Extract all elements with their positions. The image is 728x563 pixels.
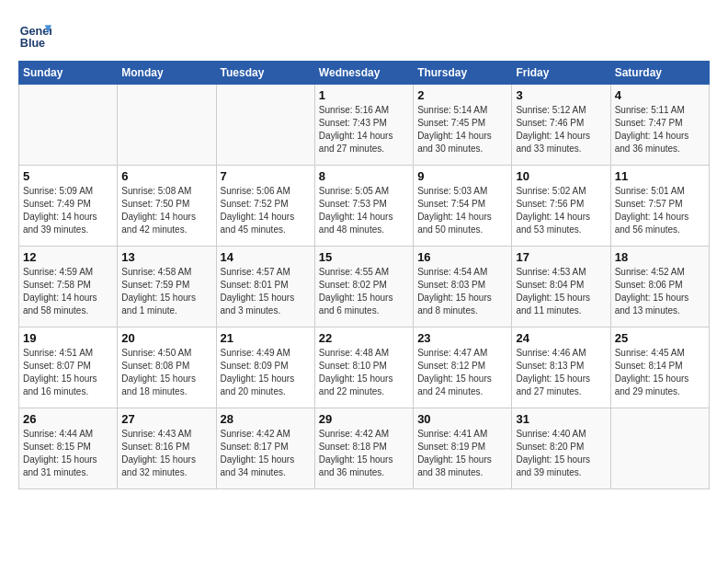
cell-info: Sunrise: 5:06 AM Sunset: 7:52 PM Dayligh…: [221, 185, 311, 236]
day-number: 20: [121, 331, 211, 345]
day-number: 11: [615, 169, 705, 183]
cell-info: Sunrise: 5:12 AM Sunset: 7:46 PM Dayligh…: [516, 104, 606, 155]
day-number: 14: [221, 250, 311, 264]
cell-info: Sunrise: 4:42 AM Sunset: 8:17 PM Dayligh…: [221, 428, 311, 479]
calendar-cell: 5Sunrise: 5:09 AM Sunset: 7:49 PM Daylig…: [19, 166, 118, 247]
week-row-4: 19Sunrise: 4:51 AM Sunset: 8:07 PM Dayli…: [19, 327, 710, 408]
day-number: 16: [417, 250, 507, 264]
day-header-tuesday: Tuesday: [216, 62, 314, 85]
cell-info: Sunrise: 4:47 AM Sunset: 8:12 PM Dayligh…: [417, 347, 507, 398]
calendar-cell: 22Sunrise: 4:48 AM Sunset: 8:10 PM Dayli…: [314, 327, 413, 408]
day-number: 10: [516, 169, 606, 183]
day-number: 15: [319, 250, 409, 264]
calendar-cell: 14Sunrise: 4:57 AM Sunset: 8:01 PM Dayli…: [216, 247, 314, 327]
cell-info: Sunrise: 5:11 AM Sunset: 7:47 PM Dayligh…: [615, 104, 705, 155]
calendar-cell: 19Sunrise: 4:51 AM Sunset: 8:07 PM Dayli…: [19, 327, 118, 408]
day-number: 1: [319, 88, 409, 102]
calendar-cell: 20Sunrise: 4:50 AM Sunset: 8:08 PM Dayli…: [118, 327, 216, 408]
day-number: 23: [417, 331, 507, 345]
logo-icon: General Blue: [18, 18, 51, 52]
day-header-thursday: Thursday: [414, 62, 512, 85]
cell-info: Sunrise: 4:57 AM Sunset: 8:01 PM Dayligh…: [221, 266, 311, 317]
calendar-cell: 10Sunrise: 5:02 AM Sunset: 7:56 PM Dayli…: [512, 166, 610, 247]
cell-info: Sunrise: 4:53 AM Sunset: 8:04 PM Dayligh…: [516, 266, 606, 317]
cell-info: Sunrise: 5:01 AM Sunset: 7:57 PM Dayligh…: [615, 185, 705, 236]
calendar-cell: [216, 85, 314, 166]
day-number: 28: [221, 412, 311, 426]
cell-info: Sunrise: 4:41 AM Sunset: 8:19 PM Dayligh…: [417, 428, 507, 479]
calendar-cell: 8Sunrise: 5:05 AM Sunset: 7:53 PM Daylig…: [314, 166, 413, 247]
day-number: 12: [23, 250, 113, 264]
calendar-cell: 29Sunrise: 4:42 AM Sunset: 8:18 PM Dayli…: [314, 408, 413, 489]
cell-info: Sunrise: 4:45 AM Sunset: 8:14 PM Dayligh…: [615, 347, 705, 398]
cell-info: Sunrise: 5:08 AM Sunset: 7:50 PM Dayligh…: [121, 185, 211, 236]
calendar-cell: [118, 85, 216, 166]
day-number: 25: [615, 331, 705, 345]
calendar-cell: 25Sunrise: 4:45 AM Sunset: 8:14 PM Dayli…: [610, 327, 709, 408]
calendar-cell: 6Sunrise: 5:08 AM Sunset: 7:50 PM Daylig…: [118, 166, 216, 247]
day-number: 21: [221, 331, 311, 345]
cell-info: Sunrise: 4:50 AM Sunset: 8:08 PM Dayligh…: [121, 347, 211, 398]
cell-info: Sunrise: 4:44 AM Sunset: 8:15 PM Dayligh…: [23, 428, 113, 479]
calendar-cell: 27Sunrise: 4:43 AM Sunset: 8:16 PM Dayli…: [118, 408, 216, 489]
calendar-cell: 24Sunrise: 4:46 AM Sunset: 8:13 PM Dayli…: [512, 327, 610, 408]
calendar-cell: 31Sunrise: 4:40 AM Sunset: 8:20 PM Dayli…: [512, 408, 610, 489]
day-number: 6: [121, 169, 211, 183]
cell-info: Sunrise: 4:43 AM Sunset: 8:16 PM Dayligh…: [121, 428, 211, 479]
week-row-2: 5Sunrise: 5:09 AM Sunset: 7:49 PM Daylig…: [19, 166, 710, 247]
day-header-sunday: Sunday: [19, 62, 118, 85]
cell-info: Sunrise: 4:51 AM Sunset: 8:07 PM Dayligh…: [23, 347, 113, 398]
day-number: 7: [221, 169, 311, 183]
calendar-cell: 30Sunrise: 4:41 AM Sunset: 8:19 PM Dayli…: [414, 408, 512, 489]
calendar-cell: 11Sunrise: 5:01 AM Sunset: 7:57 PM Dayli…: [610, 166, 709, 247]
day-number: 4: [615, 88, 705, 102]
day-header-friday: Friday: [512, 62, 610, 85]
day-number: 9: [417, 169, 507, 183]
day-header-monday: Monday: [118, 62, 216, 85]
day-number: 17: [516, 250, 606, 264]
cell-info: Sunrise: 4:40 AM Sunset: 8:20 PM Dayligh…: [516, 428, 606, 479]
cell-info: Sunrise: 4:48 AM Sunset: 8:10 PM Dayligh…: [319, 347, 409, 398]
day-number: 22: [319, 331, 409, 345]
cell-info: Sunrise: 5:05 AM Sunset: 7:53 PM Dayligh…: [319, 185, 409, 236]
logo: General Blue: [18, 18, 51, 52]
cell-info: Sunrise: 4:49 AM Sunset: 8:09 PM Dayligh…: [221, 347, 311, 398]
calendar-cell: 13Sunrise: 4:58 AM Sunset: 7:59 PM Dayli…: [118, 247, 216, 327]
calendar-cell: 15Sunrise: 4:55 AM Sunset: 8:02 PM Dayli…: [314, 247, 413, 327]
calendar-cell: 1Sunrise: 5:16 AM Sunset: 7:43 PM Daylig…: [314, 85, 413, 166]
day-number: 8: [319, 169, 409, 183]
day-number: 24: [516, 331, 606, 345]
cell-info: Sunrise: 4:55 AM Sunset: 8:02 PM Dayligh…: [319, 266, 409, 317]
week-row-5: 26Sunrise: 4:44 AM Sunset: 8:15 PM Dayli…: [19, 408, 710, 489]
cell-info: Sunrise: 4:42 AM Sunset: 8:18 PM Dayligh…: [319, 428, 409, 479]
day-number: 19: [23, 331, 113, 345]
calendar-cell: 17Sunrise: 4:53 AM Sunset: 8:04 PM Dayli…: [512, 247, 610, 327]
day-number: 13: [121, 250, 211, 264]
calendar-cell: 4Sunrise: 5:11 AM Sunset: 7:47 PM Daylig…: [610, 85, 709, 166]
calendar-cell: 16Sunrise: 4:54 AM Sunset: 8:03 PM Dayli…: [414, 247, 512, 327]
calendar-cell: [19, 85, 118, 166]
day-number: 18: [615, 250, 705, 264]
calendar-cell: 28Sunrise: 4:42 AM Sunset: 8:17 PM Dayli…: [216, 408, 314, 489]
calendar-cell: 9Sunrise: 5:03 AM Sunset: 7:54 PM Daylig…: [414, 166, 512, 247]
day-number: 29: [319, 412, 409, 426]
day-number: 31: [516, 412, 606, 426]
calendar-header-row: SundayMondayTuesdayWednesdayThursdayFrid…: [19, 62, 710, 85]
calendar-table: SundayMondayTuesdayWednesdayThursdayFrid…: [18, 61, 710, 489]
calendar-cell: 7Sunrise: 5:06 AM Sunset: 7:52 PM Daylig…: [216, 166, 314, 247]
calendar-cell: 26Sunrise: 4:44 AM Sunset: 8:15 PM Dayli…: [19, 408, 118, 489]
cell-info: Sunrise: 5:02 AM Sunset: 7:56 PM Dayligh…: [516, 185, 606, 236]
page-header: General Blue: [18, 18, 710, 52]
day-number: 27: [121, 412, 211, 426]
calendar-cell: 2Sunrise: 5:14 AM Sunset: 7:45 PM Daylig…: [414, 85, 512, 166]
cell-info: Sunrise: 5:03 AM Sunset: 7:54 PM Dayligh…: [417, 185, 507, 236]
calendar-cell: 12Sunrise: 4:59 AM Sunset: 7:58 PM Dayli…: [19, 247, 118, 327]
calendar-cell: [610, 408, 709, 489]
day-number: 2: [417, 88, 507, 102]
cell-info: Sunrise: 4:54 AM Sunset: 8:03 PM Dayligh…: [417, 266, 507, 317]
week-row-3: 12Sunrise: 4:59 AM Sunset: 7:58 PM Dayli…: [19, 247, 710, 327]
calendar-cell: 21Sunrise: 4:49 AM Sunset: 8:09 PM Dayli…: [216, 327, 314, 408]
cell-info: Sunrise: 5:14 AM Sunset: 7:45 PM Dayligh…: [417, 104, 507, 155]
cell-info: Sunrise: 4:58 AM Sunset: 7:59 PM Dayligh…: [121, 266, 211, 317]
day-number: 26: [23, 412, 113, 426]
